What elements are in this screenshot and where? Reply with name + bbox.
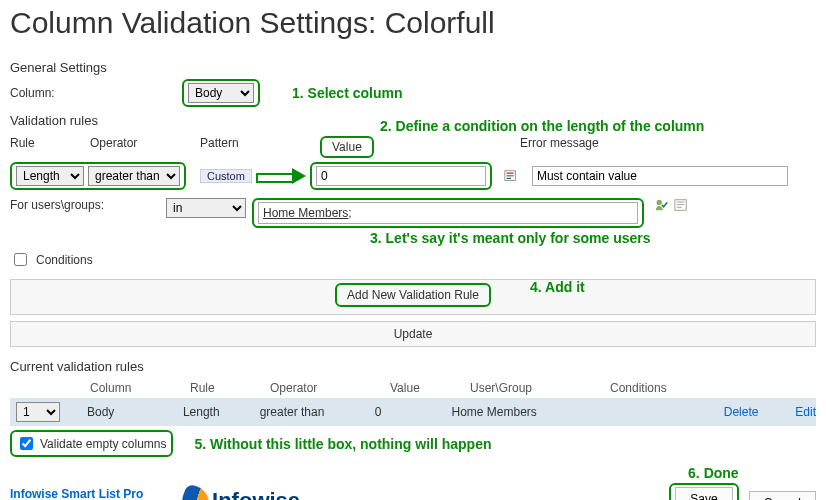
- th-value: Value: [390, 378, 470, 398]
- validate-empty-checkbox[interactable]: [20, 437, 33, 450]
- annotation-highlight-save: Save: [669, 483, 738, 500]
- annotation-highlight-users: Home Members;: [252, 198, 644, 228]
- general-settings-heading: General Settings: [10, 60, 816, 75]
- svg-rect-2: [507, 175, 514, 176]
- annotation-highlight-validate-empty: Validate empty columns: [10, 430, 173, 457]
- annotation-1: 1. Select column: [292, 85, 402, 101]
- th-rule: Rule: [190, 378, 270, 398]
- save-button[interactable]: Save: [675, 487, 732, 500]
- field-picker-icon[interactable]: [504, 169, 518, 183]
- annotation-highlight-rule-op: Length greater than: [10, 162, 186, 190]
- annotation-highlight-value-input: [310, 162, 492, 190]
- header-pattern: Pattern: [200, 134, 320, 160]
- annotation-2: 2. Define a condition on the length of t…: [380, 118, 704, 134]
- svg-rect-1: [507, 173, 514, 174]
- error-message-input[interactable]: [532, 166, 788, 186]
- rule-headers: Rule Operator Pattern Value Error messag…: [10, 134, 816, 160]
- th-conditions: Conditions: [610, 378, 730, 398]
- update-button[interactable]: Update: [10, 321, 816, 347]
- add-rule-button-wrap[interactable]: Add New Validation Rule: [10, 279, 816, 315]
- annotation-5: 5. Without this little box, nothing will…: [195, 436, 492, 452]
- edit-link[interactable]: Edit: [795, 405, 816, 419]
- th-usergroup: User\Group: [470, 378, 610, 398]
- svg-rect-8: [677, 207, 682, 208]
- logo-icon: [178, 483, 214, 500]
- current-rules-heading: Current validation rules: [10, 359, 816, 374]
- check-names-icon[interactable]: [654, 198, 668, 212]
- browse-icon[interactable]: [674, 198, 688, 212]
- th-column: Column: [90, 378, 190, 398]
- arrow-icon: [256, 169, 306, 183]
- annotation-6: 6. Done: [669, 465, 738, 481]
- value-input[interactable]: [316, 166, 486, 186]
- svg-rect-7: [677, 204, 685, 205]
- svg-rect-6: [677, 202, 685, 203]
- td-usergroup: Home Members: [451, 403, 585, 421]
- rule-select[interactable]: Length: [16, 166, 84, 186]
- td-value: 0: [375, 403, 452, 421]
- column-label: Column:: [10, 86, 100, 100]
- validate-empty-label: Validate empty columns: [40, 437, 167, 451]
- header-rule: Rule: [10, 134, 90, 160]
- annotation-highlight-1: Body: [182, 79, 260, 107]
- delete-link[interactable]: Delete: [724, 405, 759, 419]
- operator-select[interactable]: greater than: [88, 166, 180, 186]
- pattern-display: Custom: [200, 169, 252, 183]
- order-select[interactable]: 1: [16, 402, 60, 422]
- svg-point-4: [657, 200, 662, 205]
- cancel-button[interactable]: Cancel: [749, 491, 816, 500]
- td-rule: Length: [183, 403, 260, 421]
- header-operator: Operator: [90, 134, 200, 160]
- page-title: Column Validation Settings: Colorfull: [10, 6, 816, 40]
- conditions-label: Conditions: [36, 253, 93, 267]
- svg-rect-3: [507, 178, 511, 179]
- users-scope-select[interactable]: in: [166, 198, 246, 218]
- annotation-highlight-add: Add New Validation Rule: [335, 283, 491, 307]
- users-groups-label: For users\groups:: [10, 198, 160, 212]
- users-groups-input[interactable]: Home Members;: [258, 202, 638, 224]
- product-link[interactable]: Infowise Smart List Pro: [10, 487, 170, 500]
- table-row: 1 Body Length greater than 0 Home Member…: [10, 398, 816, 426]
- header-error: Error message: [520, 134, 810, 160]
- td-column: Body: [87, 403, 183, 421]
- annotation-4: 4. Add it: [530, 279, 585, 295]
- header-value: Value: [326, 140, 368, 154]
- annotation-highlight-value: Value: [320, 136, 374, 158]
- th-operator: Operator: [270, 378, 390, 398]
- td-operator: greater than: [260, 403, 375, 421]
- annotation-3: 3. Let's say it's meant only for some us…: [370, 230, 816, 246]
- table-header: Column Rule Operator Value User\Group Co…: [10, 378, 816, 398]
- conditions-checkbox[interactable]: [14, 253, 27, 266]
- column-select[interactable]: Body: [188, 83, 254, 103]
- infowise-logo: Infowise: [182, 487, 300, 500]
